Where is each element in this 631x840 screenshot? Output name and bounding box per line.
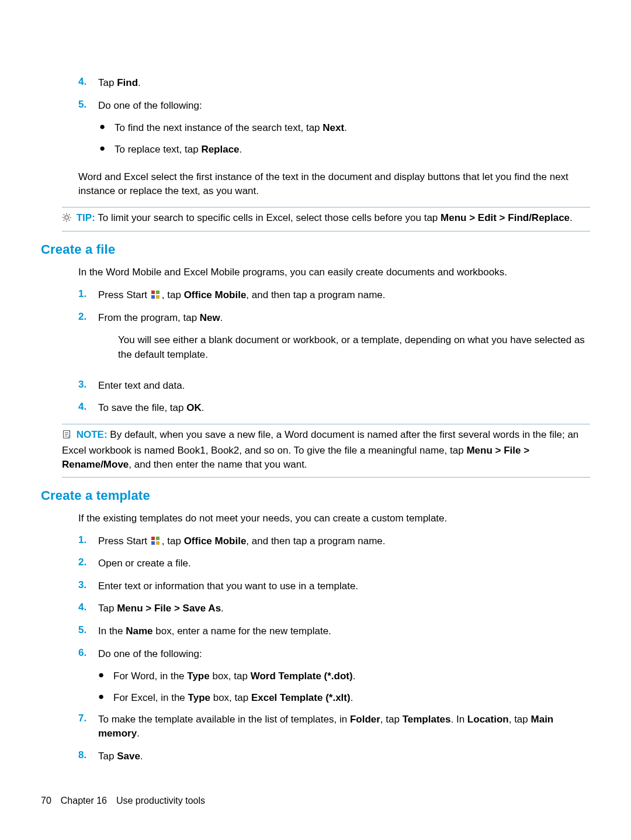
bullet-text-replace: To replace text, tap Replace.	[115, 143, 590, 157]
step-text-do-one: Do one of the following:	[98, 647, 590, 662]
heading-create-file: Create a file	[41, 242, 590, 257]
svg-line-6	[69, 220, 70, 221]
step-text-enter-data: Enter text and data.	[98, 379, 590, 393]
step-number: 1.	[78, 288, 98, 303]
bullet-word-template: For Word, in the Type box, tap Word Temp…	[113, 669, 590, 684]
create-template-intro: If the existing templates do not meet yo…	[78, 511, 590, 526]
windows-start-icon	[151, 291, 161, 299]
step-number: 1.	[78, 534, 98, 549]
step-number: 4.	[78, 602, 98, 616]
bullet-excel-template: For Excel, in the Type box, tap Excel Te…	[113, 691, 590, 706]
step-number-4: 4.	[78, 76, 98, 91]
bullet-dot: ●	[98, 669, 113, 684]
svg-point-0	[65, 216, 68, 219]
windows-start-icon	[151, 537, 161, 545]
type-bullets: ● For Word, in the Type box, tap Word Te…	[78, 669, 590, 705]
step-number: 7.	[78, 713, 98, 741]
bullet-dot: ●	[99, 121, 115, 136]
tip-text: To limit your search to specific cells i…	[98, 212, 573, 223]
step5-bullets: ● To find the next instance of the searc…	[41, 121, 590, 157]
note-label: NOTE:	[77, 429, 108, 440]
svg-line-5	[64, 214, 65, 215]
step-text-5: Do one of the following:	[98, 99, 590, 113]
note-callout: NOTE: By default, when you save a new fi…	[62, 424, 590, 478]
step-text-enter-info: Enter text or information that you want …	[98, 579, 590, 594]
bullet-dot: ●	[98, 691, 113, 706]
bullet-dot: ●	[99, 143, 115, 157]
step-number: 4.	[78, 401, 98, 416]
step-number: 2.	[78, 556, 98, 571]
heading-create-template: Create a template	[41, 488, 590, 503]
tip-label: TIP:	[77, 212, 95, 223]
note-text: By default, when you save a new file, a …	[62, 429, 578, 470]
create-file-intro: In the Word Mobile and Excel Mobile prog…	[78, 265, 590, 280]
step-text-tap-ok: To save the file, tap OK.	[98, 401, 590, 416]
step-number: 3.	[78, 579, 98, 594]
step-text-open-create: Open or create a file.	[98, 556, 590, 571]
tip-callout: TIP: To limit your search to specific ce…	[62, 207, 590, 232]
step-text-tap-new: From the program, tap New. You will see …	[98, 311, 590, 371]
step-text-tap-save: Tap Save.	[98, 749, 590, 764]
step-number-5: 5.	[78, 99, 98, 113]
svg-line-7	[64, 220, 65, 221]
para-find-summary: Word and Excel select the first instance…	[41, 170, 590, 199]
step-number: 8.	[78, 749, 98, 764]
step-5-row: 5. Do one of the following:	[41, 99, 590, 113]
tip-icon	[62, 212, 71, 227]
step-text-save-as: Tap Menu > File > Save As.	[98, 602, 590, 616]
svg-line-8	[69, 214, 70, 215]
step-text-folder-location: To make the template available in the li…	[98, 713, 590, 741]
step-number: 5.	[78, 624, 98, 639]
step-number: 2.	[78, 311, 98, 371]
create-template-body: If the existing templates do not meet yo…	[41, 511, 590, 764]
create-file-body: In the Word Mobile and Excel Mobile prog…	[41, 265, 590, 415]
page: 4. Tap Find. 5. Do one of the following:…	[0, 0, 631, 840]
bullet-text-next: To find the next instance of the search …	[115, 121, 590, 136]
step-text-press-start-a: Press Start , tap Office Mobile, and the…	[98, 288, 590, 303]
note-icon	[62, 429, 71, 444]
step2-subtext: You will see either a blank document or …	[98, 333, 590, 362]
step-text-press-start-b: Press Start , tap Office Mobile, and the…	[98, 534, 590, 549]
step-4-row: 4. Tap Find.	[41, 76, 590, 91]
step-text-4: Tap Find.	[98, 76, 590, 91]
page-footer: 70 Chapter 16 Use productivity tools	[41, 796, 205, 806]
step-number: 3.	[78, 379, 98, 393]
step-number: 6.	[78, 647, 98, 662]
step-text-name-box: In the Name box, enter a name for the ne…	[98, 624, 590, 639]
